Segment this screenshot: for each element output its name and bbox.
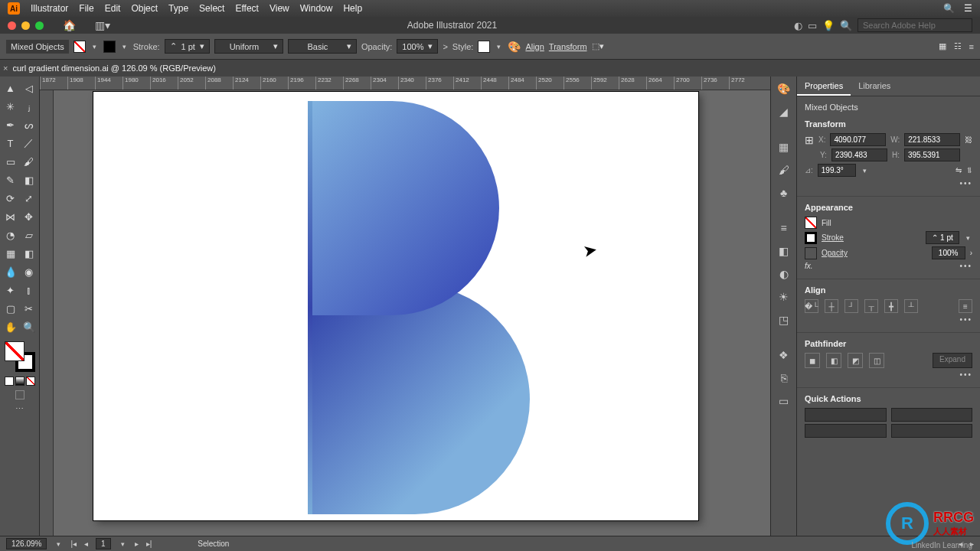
color-panel-icon[interactable]: 🎨: [776, 81, 792, 96]
symbol-sprayer-tool-icon[interactable]: ✦: [2, 282, 19, 298]
flip-vertical-icon[interactable]: ⥮: [966, 166, 972, 174]
rectangle-tool-icon[interactable]: ▭: [2, 153, 19, 170]
free-transform-tool-icon[interactable]: ✥: [21, 208, 38, 225]
menu-extra-icon[interactable]: ☰: [964, 3, 972, 14]
last-artboard-icon[interactable]: ▸|: [146, 540, 152, 548]
stroke-link[interactable]: Stroke: [822, 233, 844, 242]
pathfinder-expand-button[interactable]: Expand: [933, 353, 972, 368]
mesh-tool-icon[interactable]: ▦: [2, 245, 19, 262]
fill-dropdown-icon[interactable]: ▾: [90, 43, 99, 51]
opacity-more-icon[interactable]: ›: [970, 249, 972, 257]
tab-libraries[interactable]: Libraries: [851, 77, 898, 96]
quick-action-1[interactable]: [805, 408, 887, 422]
menu-window[interactable]: Window: [300, 3, 333, 14]
color-mode-gradient-icon[interactable]: [15, 377, 24, 386]
transform-link[interactable]: Transform: [549, 42, 587, 51]
isolate-icon[interactable]: ⬚▾: [592, 41, 604, 51]
screen-mode-icon[interactable]: [15, 390, 24, 399]
minimize-window-icon[interactable]: [21, 21, 30, 30]
reference-point-icon[interactable]: ⊞: [805, 134, 814, 146]
zoom-field[interactable]: 126.09%: [6, 538, 47, 549]
learn-icon[interactable]: 💡: [822, 20, 835, 31]
menu-object[interactable]: Object: [131, 3, 158, 14]
angle-field[interactable]: 199.3°: [818, 164, 856, 177]
menu-view[interactable]: View: [270, 3, 289, 14]
first-artboard-icon[interactable]: |◂: [70, 540, 77, 548]
line-tool-icon[interactable]: ／: [21, 135, 38, 152]
hand-tool-icon[interactable]: ✋: [2, 318, 19, 335]
arrange-docs-icon[interactable]: ▥▾: [95, 19, 110, 31]
width-tool-icon[interactable]: ⋈: [2, 208, 19, 225]
type-tool-icon[interactable]: T: [2, 135, 19, 152]
edit-toolbar-icon[interactable]: ⋯: [15, 404, 24, 414]
artboard-number-field[interactable]: 1: [96, 538, 111, 549]
gradient-tool-icon[interactable]: ◧: [21, 245, 38, 262]
artboards-panel-icon[interactable]: ▭: [776, 393, 792, 409]
curvature-tool-icon[interactable]: ᔕ: [21, 116, 38, 133]
graphic-styles-panel-icon[interactable]: ◳: [776, 312, 792, 328]
distribute-icon[interactable]: ≡: [959, 299, 972, 313]
x-field[interactable]: 4090.077: [830, 133, 886, 146]
panel-menu-icon[interactable]: ≡: [969, 42, 974, 51]
opacity-field[interactable]: 100%▾: [397, 39, 438, 54]
align-vcenter-icon[interactable]: ╋: [884, 299, 898, 313]
tab-properties[interactable]: Properties: [797, 77, 851, 96]
menu-type[interactable]: Type: [168, 3, 188, 14]
link-wh-icon[interactable]: ⛓: [965, 135, 972, 144]
fx-label[interactable]: fx.: [805, 262, 813, 270]
search-icon[interactable]: 🔍: [943, 3, 955, 14]
zoom-window-icon[interactable]: [35, 21, 44, 30]
close-window-icon[interactable]: [8, 21, 16, 30]
cloud-user-icon[interactable]: ◐: [794, 20, 802, 31]
brush-select[interactable]: Basic▾: [288, 39, 357, 54]
artboard-tool-icon[interactable]: ▢: [2, 300, 19, 317]
align-left-icon[interactable]: �└: [805, 299, 818, 313]
fill-stroke-control[interactable]: [5, 341, 35, 372]
menu-effect[interactable]: Effect: [235, 3, 258, 14]
color-mode-solid-icon[interactable]: [5, 377, 14, 386]
help-search-input[interactable]: [858, 18, 972, 32]
menu-app[interactable]: Illustrator: [31, 3, 68, 14]
flip-horizontal-icon[interactable]: ⇋: [956, 166, 962, 174]
canvas[interactable]: ➤: [40, 90, 770, 536]
eraser-tool-icon[interactable]: ◧: [21, 171, 38, 188]
quick-action-2[interactable]: [891, 408, 973, 422]
symbols-panel-icon[interactable]: ♣: [776, 185, 792, 201]
lasso-tool-icon[interactable]: ⱼ: [21, 98, 38, 115]
align-top-icon[interactable]: ┬: [864, 299, 878, 313]
magic-wand-tool-icon[interactable]: ✳: [2, 98, 19, 115]
stroke-dropdown-icon[interactable]: ▾: [120, 43, 129, 51]
grid-view-icon[interactable]: ▦: [939, 41, 946, 51]
color-mode-none-icon[interactable]: [26, 377, 35, 386]
appearance-panel-icon[interactable]: ☀: [776, 289, 792, 305]
appearance-stroke-weight[interactable]: ⌃ 1 pt: [926, 231, 959, 244]
style-swatch[interactable]: [478, 41, 490, 53]
transparency-panel-icon[interactable]: ◐: [776, 266, 792, 282]
stroke-profile-select[interactable]: Uniform▾: [214, 39, 283, 54]
align-hcenter-icon[interactable]: ┼: [825, 299, 838, 313]
stroke-panel-icon[interactable]: ≡: [776, 220, 792, 236]
pathfinder-intersect-icon[interactable]: ◩: [848, 353, 863, 368]
help-search-icon[interactable]: 🔍: [840, 20, 852, 31]
align-more-icon[interactable]: •••: [959, 315, 972, 324]
swatches-panel-icon[interactable]: ▦: [776, 139, 792, 155]
asset-export-panel-icon[interactable]: ⎘: [776, 370, 792, 386]
prev-artboard-icon[interactable]: ◂: [84, 540, 88, 548]
menu-file[interactable]: File: [79, 3, 93, 14]
shape-builder-tool-icon[interactable]: ◔: [2, 227, 19, 243]
transform-more-icon[interactable]: •••: [959, 179, 972, 187]
h-field[interactable]: 395.5391: [904, 148, 960, 161]
blend-tool-icon[interactable]: ◉: [21, 263, 38, 280]
scale-tool-icon[interactable]: ⤢: [21, 190, 38, 207]
zoom-tool-icon[interactable]: 🔍: [21, 318, 38, 335]
w-field[interactable]: 221.8533: [904, 133, 960, 146]
rotate-tool-icon[interactable]: ⟳: [2, 190, 19, 207]
selection-type[interactable]: Mixed Objects: [6, 40, 69, 54]
y-field[interactable]: 2390.483: [831, 148, 887, 161]
menu-edit[interactable]: Edit: [105, 3, 121, 14]
appearance-opacity-field[interactable]: 100%: [932, 246, 965, 259]
recolor-icon[interactable]: 🎨: [508, 41, 521, 53]
appearance-stroke-swatch[interactable]: [805, 232, 817, 244]
pathfinder-minus-front-icon[interactable]: ◧: [826, 353, 841, 368]
close-tab-icon[interactable]: ×: [3, 64, 8, 73]
